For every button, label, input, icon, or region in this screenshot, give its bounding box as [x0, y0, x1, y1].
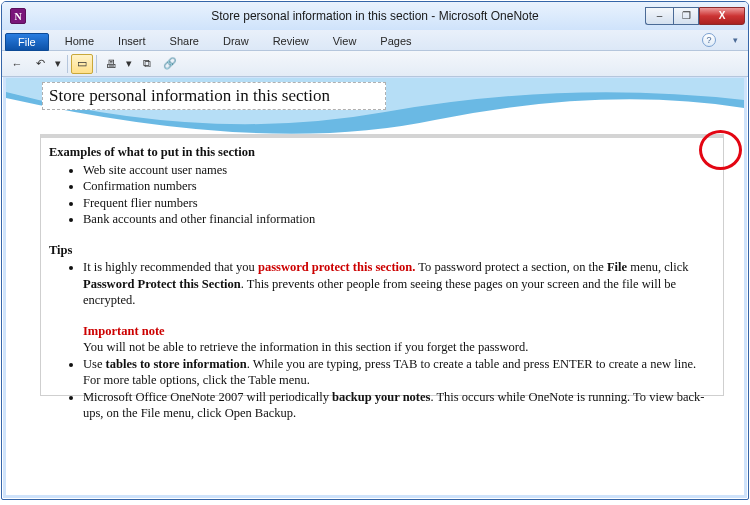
print-button[interactable]: 🖶: [100, 54, 122, 74]
toolbar-separator: [67, 55, 68, 73]
list-item: Bank accounts and other financial inform…: [83, 211, 713, 228]
list-item: Use tables to store information. While y…: [83, 356, 713, 389]
quick-access-toolbar: ← ↶ ▾ ▭ 🖶 ▾ ⧉ 🔗: [2, 51, 748, 77]
list-item: Web site account user names: [83, 162, 713, 179]
important-note-label: Important note: [83, 324, 165, 338]
important-note-text: You will not be able to retrieve the inf…: [83, 340, 528, 354]
list-item: Frequent flier numbers: [83, 195, 713, 212]
undo-dropdown-icon[interactable]: ▾: [52, 54, 64, 74]
onenote-app-icon: N: [10, 8, 26, 24]
ribbon-tabs: File Home Insert Share Draw Review View …: [2, 30, 748, 51]
help-icon[interactable]: ?: [702, 33, 716, 47]
print-dropdown-icon[interactable]: ▾: [123, 54, 135, 74]
tab-file[interactable]: File: [5, 33, 49, 51]
minimize-button[interactable]: –: [645, 7, 673, 25]
undo-button[interactable]: ↶: [29, 54, 51, 74]
toolbar-separator: [96, 55, 97, 73]
back-button[interactable]: ←: [6, 54, 28, 74]
window-title: Store personal information in this secti…: [2, 9, 748, 23]
examples-heading: Examples of what to put in this section: [49, 145, 255, 159]
link-button[interactable]: 🔗: [159, 54, 181, 74]
page-title-container[interactable]: Store personal information in this secti…: [42, 82, 386, 110]
tips-heading: Tips: [49, 243, 72, 257]
title-bar[interactable]: N Store personal information in this sec…: [2, 2, 748, 30]
maximize-button[interactable]: ❐: [673, 7, 699, 25]
tab-share[interactable]: Share: [158, 32, 211, 50]
tab-pages[interactable]: Pages: [368, 32, 423, 50]
note-container[interactable]: Examples of what to put in this section …: [40, 134, 724, 396]
dock-button[interactable]: ⧉: [136, 54, 158, 74]
onenote-window: N Store personal information in this sec…: [1, 1, 749, 500]
page-canvas[interactable]: Store personal information in this secti…: [6, 78, 744, 495]
list-item: Confirmation numbers: [83, 178, 713, 195]
tab-home[interactable]: Home: [53, 32, 106, 50]
close-button[interactable]: X: [699, 7, 745, 25]
fullpage-toggle[interactable]: ▭: [71, 54, 93, 74]
tab-review[interactable]: Review: [261, 32, 321, 50]
tips-list: It is highly recommended that you passwo…: [49, 259, 713, 422]
tab-draw[interactable]: Draw: [211, 32, 261, 50]
list-item: Microsoft Office OneNote 2007 will perio…: [83, 389, 713, 422]
password-protect-emphasis: password protect this section.: [258, 260, 415, 274]
tab-view[interactable]: View: [321, 32, 369, 50]
examples-list: Web site account user names Confirmation…: [49, 162, 713, 228]
list-item: It is highly recommended that you passwo…: [83, 259, 713, 356]
tab-insert[interactable]: Insert: [106, 32, 158, 50]
ribbon-expand-icon[interactable]: ▾: [733, 35, 738, 45]
page-title: Store personal information in this secti…: [49, 86, 330, 106]
